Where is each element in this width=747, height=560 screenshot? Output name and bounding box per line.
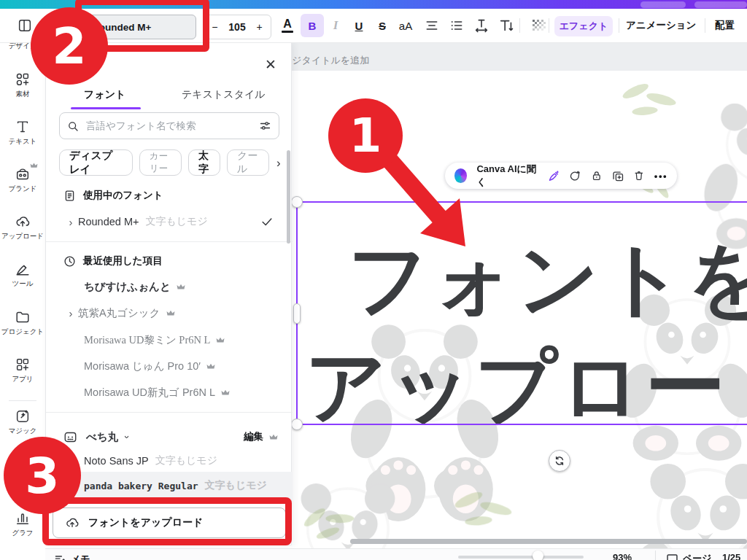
upload-cloud-icon	[15, 214, 31, 230]
duplicate-icon[interactable]	[612, 169, 624, 183]
filter-icon[interactable]	[259, 120, 271, 132]
recently-used-header: 最近使用した項目	[63, 254, 163, 268]
sidebar-item-elements[interactable]: 素材	[0, 71, 45, 106]
font-size-stepper: − 105 +	[203, 15, 271, 39]
toolbar-separator	[519, 18, 520, 33]
effects-button[interactable]: エフェクト	[554, 16, 613, 36]
italic-button[interactable]: I	[324, 14, 347, 37]
text-color-swatch	[282, 31, 293, 34]
crown-badge-icon	[30, 162, 38, 168]
chevron-down-icon[interactable]: ›	[122, 435, 133, 438]
brand-edit-button[interactable]: 編集	[244, 430, 263, 443]
page-icon	[667, 554, 678, 560]
text-case-button[interactable]: aA	[394, 14, 417, 37]
position-button[interactable]: 配置	[715, 19, 735, 32]
active-tab-underline	[71, 107, 141, 109]
chart-icon	[15, 510, 31, 526]
delete-icon[interactable]	[633, 169, 645, 182]
comment-icon[interactable]	[569, 169, 581, 183]
font-search-input[interactable]	[85, 120, 253, 132]
expand-chevron-icon[interactable]: ›	[63, 216, 78, 228]
tab-text-styles[interactable]: テキストスタイル	[182, 88, 266, 101]
folder-icon	[15, 309, 31, 325]
page-indicator: 1/25	[722, 552, 740, 560]
transparency-icon[interactable]	[527, 14, 550, 37]
text-icon	[15, 119, 31, 135]
rotate-handle[interactable]	[549, 450, 570, 472]
font-category-chip-display[interactable]: ディスプレイ	[59, 149, 133, 176]
font-row-tsukushi[interactable]: › 筑紫A丸ゴシック	[46, 300, 293, 326]
strikethrough-button[interactable]: S	[371, 14, 394, 37]
font-size-value[interactable]: 105	[226, 21, 249, 33]
text-color-button[interactable]: A	[276, 14, 299, 37]
chips-scroll-chevron[interactable]: ›	[276, 156, 281, 171]
zoom-slider-track[interactable]	[458, 556, 584, 559]
font-category-chip-bold[interactable]: 太字	[188, 149, 220, 176]
apps-grid-icon	[15, 357, 31, 373]
animation-button[interactable]: アニメーション	[626, 19, 696, 32]
more-options-button[interactable]: •••	[654, 171, 667, 182]
tab-fonts[interactable]: フォント	[84, 88, 125, 101]
pen-tool-icon	[15, 261, 31, 277]
sidebar-item-uploads[interactable]: アップロード	[0, 214, 45, 249]
font-category-chip-curly[interactable]: カーリー	[139, 149, 182, 176]
topbar-button-partial	[640, 1, 686, 8]
clock-icon	[63, 255, 76, 268]
zoom-percent[interactable]: 93%	[613, 552, 632, 560]
canvas-horizontal-scrollbar[interactable]	[350, 539, 747, 544]
sidebar-item-tools[interactable]: ツール	[0, 261, 45, 296]
close-icon[interactable]: ✕	[265, 56, 276, 73]
selection-border-bottom	[296, 424, 747, 425]
document-icon	[63, 190, 76, 202]
font-row-noto-sans-jp[interactable]: Noto Sans JP 文字もじモジ	[46, 448, 293, 474]
selection-side-handle-left[interactable]	[293, 303, 301, 324]
elements-icon	[15, 71, 31, 88]
sidebar-item-charts[interactable]: グラフ	[0, 510, 45, 545]
check-icon	[260, 215, 274, 228]
sidebar-item-brand[interactable]: ブランド	[0, 166, 45, 201]
lock-icon[interactable]	[591, 169, 603, 182]
selection-corner-handle-bottom-left[interactable]	[291, 419, 303, 430]
sidebar-divider	[9, 400, 36, 401]
selection-corner-handle-top-left[interactable]	[291, 196, 303, 208]
rotate-icon	[554, 456, 565, 466]
font-size-increase-button[interactable]: +	[248, 21, 271, 33]
expand-chevron-icon[interactable]: ›	[63, 307, 78, 319]
toolbar-separator	[619, 18, 619, 33]
bold-button[interactable]: B	[301, 14, 324, 37]
premium-crown-icon	[216, 336, 225, 343]
notes-icon	[54, 553, 66, 560]
brand-kit-header[interactable]: べち丸 › 編集	[46, 424, 293, 450]
zoom-slider-thumb[interactable]	[533, 551, 543, 560]
font-panel: ✕ フォント テキストスタイル ディスプレイ カーリー 太字 クール ›	[45, 42, 292, 545]
font-category-chip-cool[interactable]: クール	[227, 149, 269, 176]
sidebar-item-projects[interactable]: プロジェクト	[0, 309, 45, 344]
canvas-text-line2[interactable]: アップロー	[305, 346, 728, 427]
font-row-chibisuke[interactable]: ちびすけふぉんと	[46, 273, 293, 300]
letter-spacing-icon[interactable]	[470, 14, 493, 37]
sidebar-item-text[interactable]: テキスト	[0, 119, 45, 154]
canva-app-window: ページタイトルを追加	[0, 0, 747, 560]
premium-crown-icon	[166, 309, 175, 316]
panel-divider	[46, 412, 293, 413]
magic-edit-icon[interactable]	[548, 169, 560, 183]
underline-button[interactable]: U	[347, 14, 371, 37]
panel-scrollbar[interactable]	[287, 150, 290, 244]
list-icon[interactable]	[445, 14, 468, 37]
font-row-panda-bakery[interactable]: panda bakery Regular 文字もじモジ	[46, 472, 293, 499]
text-align-icon[interactable]	[420, 14, 444, 37]
magic-studio-icon	[15, 408, 31, 424]
pages-button[interactable]: ページ	[667, 552, 712, 560]
sidebar-item-apps[interactable]: アプリ	[0, 357, 45, 392]
panel-divider	[46, 241, 293, 242]
font-row-morisawa-jun[interactable]: Morisawa じゅん Pro 10′	[46, 353, 293, 379]
premium-crown-icon	[269, 433, 278, 440]
font-row-rounded-m-plus[interactable]: › Rounded M+ 文字もじモジ	[46, 209, 293, 235]
status-bar: メモ 93% ページ 1/25	[45, 548, 747, 560]
premium-crown-icon	[177, 283, 185, 290]
font-search-box	[59, 112, 279, 139]
font-row-morisawa-reimin[interactable]: Morisawa UD黎ミン Pr6N L	[46, 327, 293, 353]
font-row-morisawa-shinmarugo[interactable]: Morisawa UD新丸ゴ Pr6N L	[46, 379, 293, 405]
vertical-text-icon[interactable]	[495, 14, 518, 37]
notes-button[interactable]: メモ	[54, 553, 90, 560]
